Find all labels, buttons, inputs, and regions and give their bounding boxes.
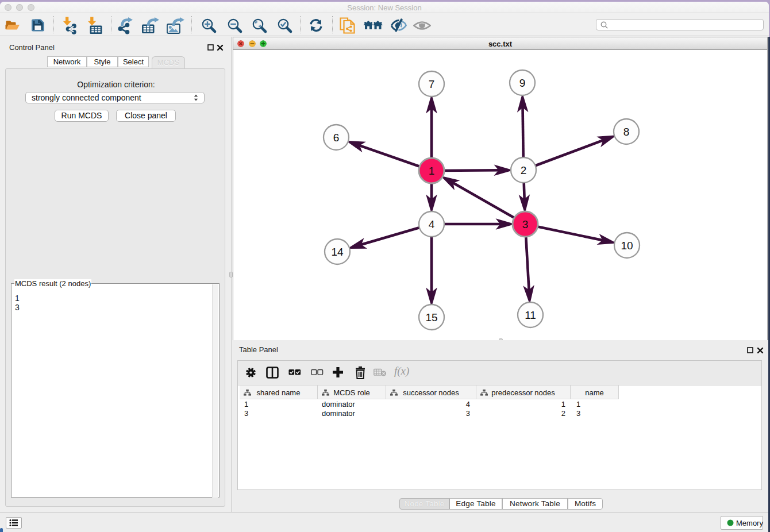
svg-text:7: 7 <box>429 78 435 90</box>
svg-text:4: 4 <box>429 218 435 230</box>
svg-text:9: 9 <box>519 77 526 89</box>
svg-text:14: 14 <box>331 246 344 258</box>
svg-text:11: 11 <box>525 309 536 321</box>
svg-text:2: 2 <box>521 164 527 176</box>
svg-text:6: 6 <box>333 132 340 144</box>
svg-text:15: 15 <box>425 311 437 323</box>
svg-text:8: 8 <box>623 126 630 138</box>
svg-text:10: 10 <box>621 240 633 252</box>
svg-text:1: 1 <box>429 165 435 177</box>
svg-text:3: 3 <box>522 218 529 230</box>
